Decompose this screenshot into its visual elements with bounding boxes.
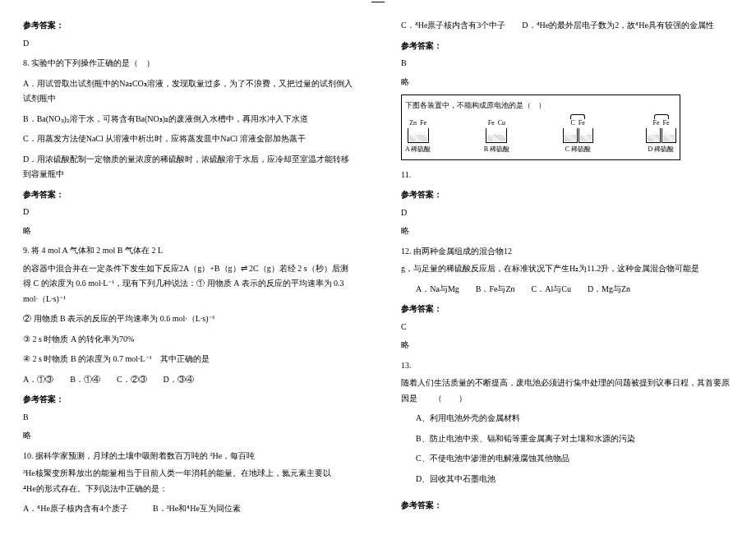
- left-column: 参考答案： D 8. 实验中的下列操作正确的是（ ） A．用试管取出试剂瓶中的N…: [0, 0, 378, 535]
- answer-9: B: [23, 410, 355, 426]
- answer-11-note: 略: [401, 224, 733, 239]
- circuit-diagram-box: 下图各装置中，不能构成原电池的是（ ） ZnFe A 稀硫酸 FeCu B 稀硫…: [401, 95, 680, 160]
- q13-option-a: A、利用电池外壳的金属材料: [401, 411, 733, 427]
- answer-11: D: [401, 205, 733, 221]
- q9-continued: 的容器中混合并在一定条件下发生如下反应2A（g）+B（g）⇌ 2C（g）若经 2…: [23, 261, 355, 307]
- q9-item-4: ④ 2 s 时物质 B 的浓度为 0.7 mol·L⁻¹ 其中正确的是: [23, 352, 355, 367]
- answer-10: B: [401, 56, 733, 71]
- cell-a: ZnFe A 稀硫酸: [405, 118, 431, 156]
- cell-b: FeCu B 稀硫酸: [484, 118, 509, 156]
- q12-continued: g，与足量的稀硫酸反应后，在标准状况下产生H₂为11.2升，这种金属混合物可能是: [401, 261, 733, 277]
- q12-options: A．Na与Mg B．Fe与Zn C．Al与Cu D．Mg与Zn: [401, 282, 733, 297]
- answer-header: 参考答案：: [401, 187, 733, 203]
- answer-8: D: [23, 205, 355, 220]
- right-column: C．⁴He原子核内含有3个中子 D．⁴He的最外层电子数为2，故⁴He具有较强的…: [378, 0, 756, 535]
- answer-12: C: [401, 320, 733, 335]
- answer-header: 参考答案：: [23, 18, 355, 34]
- q8-option-d: D．用浓硫酸配制一定物质的量浓度的稀硫酸时，浓硫酸溶于水后，应冷却至室温才能转移…: [23, 152, 355, 182]
- q8-stem: 8. 实验中的下列操作正确的是（ ）: [23, 56, 355, 71]
- answer-10-note: 略: [401, 75, 733, 90]
- q8-option-a: A．用试管取出试剂瓶中的Na₂CO₃溶液，发现取量过多，为了不浪费，又把过量的试…: [23, 76, 355, 107]
- answer-header: 参考答案：: [401, 302, 733, 317]
- q13-option-d: D、回收其中石墨电池: [401, 472, 733, 487]
- answer-8-note: 略: [23, 224, 355, 239]
- answer-7: D: [23, 36, 355, 52]
- answer-header: 参考答案：: [23, 392, 355, 408]
- q9-item-3: ③ 2 s 时物质 A 的转化率为70%: [23, 332, 355, 348]
- q8-option-c: C．用蒸发方法使NaCl 从溶液中析出时，应将蒸发皿中NaCl 溶液全部加热蒸干: [23, 131, 355, 147]
- diagram-caption: 下图各装置中，不能构成原电池的是（ ）: [405, 99, 676, 113]
- q10-stem: 10. 据科学家预测，月球的土壤中吸附着数百万吨的 ³He，每百吨: [23, 449, 355, 464]
- cells-row: ZnFe A 稀硫酸 FeCu B 稀硫酸 CFe C 稀硫酸 FeFe D 稀…: [405, 115, 676, 156]
- answer-header: 参考答案：: [23, 187, 355, 203]
- q12-stem: 12. 由两种金属组成的混合物12: [401, 244, 733, 260]
- q10-options-ab: A．⁴He原子核内含有4个质子 B．³He和⁴He互为同位素: [23, 501, 355, 517]
- answer-header: 参考答案：: [401, 39, 733, 54]
- q8-option-b: B．Ba(NO₃)₂溶于水，可将含有Ba(NO₃)₂的废液倒入水槽中，再用水冲入…: [23, 112, 355, 127]
- q13-stem: 随着人们生活质量的不断提高，废电池必须进行集中处理的问题被提到议事日程，其首要原…: [401, 376, 733, 406]
- q9-options: A．①③ B．①④ C．②③ D．③④: [23, 372, 355, 388]
- q10-line1: ³He核聚变所释放出的能量相当于目前人类一年消耗的能量。在地球上，氦元素主要以: [23, 466, 355, 482]
- q9-stem: 9. 将 4 mol A 气体和 2 mol B 气体在 2 L: [23, 243, 355, 259]
- answer-12-note: 略: [401, 338, 733, 353]
- q11-number: 11.: [401, 168, 733, 183]
- q10-line2: ⁴He的形式存在。下列说法中正确的是：: [23, 482, 355, 497]
- q13-number: 13.: [401, 358, 733, 374]
- q10-options-cd: C．⁴He原子核内含有3个中子 D．⁴He的最外层电子数为2，故⁴He具有较强的…: [401, 18, 733, 34]
- q9-item-2: ② 用物质 B 表示的反应的平均速率为 0.6 mol·（L·s)⁻¹: [23, 311, 355, 327]
- answer-header: 参考答案：: [401, 498, 733, 514]
- cell-c: CFe C 稀硫酸: [563, 118, 593, 156]
- answer-9-note: 略: [23, 428, 355, 444]
- q13-option-c: C、不使电池中渗泄的电解液腐蚀其他物品: [401, 451, 733, 467]
- cell-d: FeFe D 稀硫酸: [646, 118, 676, 156]
- q13-option-b: B、防止电池中汞、镉和铅等重金属离子对土壤和水源的污染: [401, 431, 733, 447]
